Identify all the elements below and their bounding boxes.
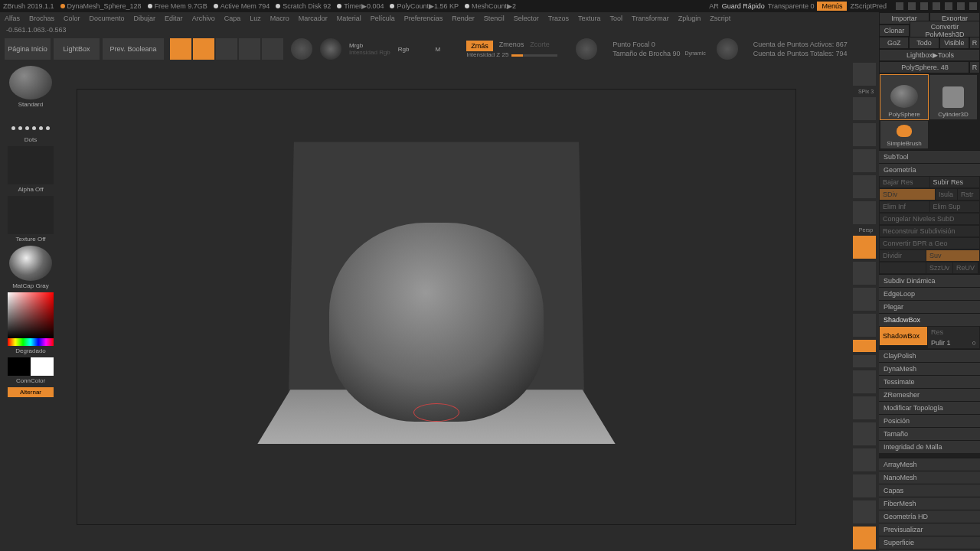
tool-polysphere[interactable]: PolySphere — [880, 75, 928, 119]
fibermesh-header[interactable]: FiberMesh — [879, 497, 980, 510]
modify-topology-header[interactable]: Modificar Topología — [879, 401, 980, 414]
rotate-mode-button[interactable] — [262, 38, 283, 60]
focal-point-label[interactable]: Punto Focal 0 — [612, 40, 705, 49]
menu-item[interactable]: Zplugin — [678, 15, 701, 22]
stroke-selector[interactable]: Dots — [4, 111, 57, 143]
icon-3[interactable] — [933, 2, 940, 10]
menu-item[interactable]: Luz — [250, 15, 261, 22]
polyf-icon[interactable] — [853, 448, 876, 471]
del-higher-button[interactable]: Elim Sup — [930, 201, 980, 212]
reuv-button[interactable]: ReUV — [953, 262, 978, 273]
spix-label[interactable]: SPix 3 — [853, 89, 879, 94]
menu-item[interactable]: Transformar — [632, 15, 669, 22]
brush-size-label[interactable]: Tamaño de Brocha 90 — [612, 49, 680, 58]
convert-bpr-button[interactable]: Convertir BPR a Geo — [880, 238, 979, 249]
r-button[interactable]: R — [969, 37, 980, 49]
mrgb-label[interactable]: Mrgb — [349, 42, 390, 49]
sdiv-slider[interactable]: SDiv — [880, 189, 935, 200]
shadowbox-header[interactable]: ShadowBox — [879, 313, 980, 326]
preview-header[interactable]: Previsualizar — [879, 523, 980, 536]
minimize-icon[interactable] — [945, 2, 952, 10]
shadowbox-polish-slider[interactable]: Pulir 1○ — [928, 337, 979, 348]
move3d-icon[interactable] — [853, 370, 876, 393]
tessimate-header[interactable]: Tessimate — [879, 375, 980, 388]
menu-item[interactable]: Archivo — [192, 15, 215, 22]
shadowbox-button[interactable]: ShadowBox — [880, 327, 927, 345]
menu-item[interactable]: Preferencias — [404, 15, 443, 22]
viewport[interactable] — [77, 89, 796, 525]
menu-item[interactable]: Stencil — [484, 15, 505, 22]
scale3d-icon[interactable] — [853, 396, 876, 419]
menu-item[interactable]: Documento — [90, 15, 125, 22]
rstr-button[interactable]: Rstr — [958, 189, 979, 200]
reconstruct-button[interactable]: Reconstruir Subdivisión — [880, 226, 979, 236]
transparent-label[interactable]: Transparente 0 — [768, 2, 815, 10]
menu-item[interactable]: Render — [452, 15, 475, 22]
close-icon[interactable] — [969, 2, 977, 10]
menu-item[interactable]: Capa — [224, 15, 241, 22]
menu-item[interactable]: Marcador — [299, 15, 328, 22]
szuv-button[interactable]: SzzUv — [926, 262, 952, 273]
zadd-button[interactable]: Zmás — [466, 41, 493, 51]
geometry-hd-header[interactable]: Geometría HD — [879, 510, 980, 523]
geometry-header[interactable]: Geometría — [879, 163, 980, 176]
y-axis-icon[interactable] — [853, 340, 876, 352]
menu-item[interactable]: Material — [337, 15, 361, 22]
isula-button[interactable]: Isula — [936, 189, 957, 200]
lock-icon[interactable] — [853, 288, 876, 311]
higher-res-button[interactable]: Subir Res — [930, 177, 980, 187]
move-icon[interactable] — [853, 97, 876, 120]
crease-header[interactable]: Plegar — [879, 300, 980, 313]
edit-mode-button[interactable] — [170, 38, 191, 60]
color-picker[interactable]: Degradado — [4, 292, 57, 354]
sculptris-icon[interactable] — [320, 38, 341, 60]
position-header[interactable]: Posición — [879, 414, 980, 427]
divide-button[interactable]: Dividir — [880, 250, 926, 261]
menu-item[interactable]: Editar — [165, 15, 183, 22]
shadowbox-res-slider[interactable]: Res — [928, 327, 979, 337]
move-mode-button[interactable] — [216, 38, 237, 60]
help-icon[interactable] — [896, 2, 903, 10]
menu-item[interactable]: Macro — [270, 15, 289, 22]
surface-header[interactable]: Superficie — [879, 536, 980, 549]
actual-icon[interactable] — [853, 149, 876, 172]
ghost-icon[interactable] — [853, 527, 876, 549]
prev-boolean-button[interactable]: Prev. Booleana — [103, 38, 164, 60]
brush-selector[interactable]: Standard — [4, 66, 57, 108]
focal-icon[interactable] — [576, 38, 597, 60]
xyz-icon[interactable] — [853, 314, 876, 337]
size-header[interactable]: Tamaño — [879, 427, 980, 440]
menus-toggle[interactable]: Menús — [817, 2, 847, 11]
claypolish-header[interactable]: ClayPolish — [879, 349, 980, 362]
bpr-icon[interactable] — [853, 63, 876, 86]
texture-selector[interactable]: Texture Off — [4, 196, 57, 243]
r-button-2[interactable]: R — [969, 61, 980, 73]
material-selector[interactable]: MatCap Gray — [4, 246, 57, 289]
transp-icon[interactable] — [853, 500, 876, 523]
dynamic-subdiv-header[interactable]: Subdiv Dinámica — [879, 274, 980, 287]
z-intensity-label[interactable]: Intensidad Z 25 — [466, 51, 508, 58]
freeze-subd-button[interactable]: Congelar Niveles SubD — [880, 214, 979, 224]
home-page-button[interactable]: Página Inicio — [5, 38, 51, 60]
quick-save[interactable]: Guard Rápido — [722, 2, 765, 10]
tool-simplebrush[interactable]: SimpleBrush — [880, 121, 928, 148]
icon-2[interactable] — [920, 2, 928, 10]
menu-item[interactable]: Brochas — [29, 15, 54, 22]
rotate3d-icon[interactable] — [853, 422, 876, 445]
polysphere-slider[interactable]: PolySphere. 48 — [879, 61, 969, 73]
suv-button[interactable]: Suv — [926, 250, 979, 261]
arraymesh-header[interactable]: ArrayMesh — [879, 458, 980, 471]
lightbox-button[interactable]: LightBox — [54, 38, 100, 60]
swatches[interactable]: ConnColor — [4, 357, 57, 384]
menu-item[interactable]: Selector — [514, 15, 539, 22]
local-icon[interactable] — [853, 262, 876, 285]
menu-item[interactable]: Color — [64, 15, 80, 22]
menu-item[interactable]: Trazos — [548, 15, 569, 22]
menu-item[interactable]: Alfas — [5, 15, 20, 22]
zoom-icon[interactable] — [853, 123, 876, 146]
maximize-icon[interactable] — [957, 2, 965, 10]
menu-item[interactable]: Textura — [578, 15, 601, 22]
persp-icon[interactable] — [853, 201, 876, 224]
goz-button[interactable]: GoZ — [879, 37, 909, 49]
zcut-button[interactable]: Zcorte — [530, 41, 550, 51]
